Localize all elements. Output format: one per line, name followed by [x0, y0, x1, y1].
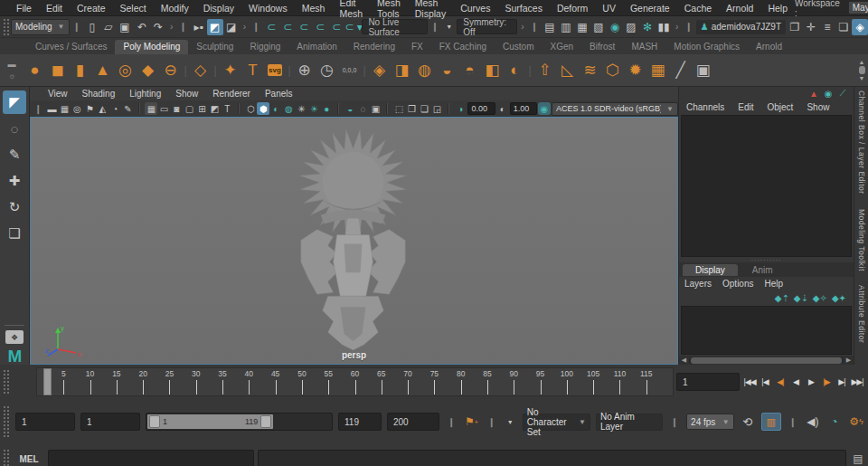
render-setup-icon[interactable]: ✻ [639, 19, 656, 35]
layer-list[interactable] [681, 306, 852, 355]
scroll-thumb[interactable] [691, 357, 842, 364]
render-current-frame-icon[interactable]: ▥ [558, 19, 574, 35]
playback-options-button[interactable]: ▥ [761, 413, 781, 431]
shaded-icon[interactable]: ⬢ [257, 102, 269, 115]
layer-editor-tab[interactable]: Display [683, 264, 738, 276]
group-separator[interactable]: › [167, 22, 175, 32]
sidebar-vertical-tab[interactable]: Channel Box / Layer Editor [857, 90, 866, 195]
smooth-icon[interactable]: ⬡ [601, 58, 624, 83]
undo-icon[interactable]: ↶ [134, 19, 150, 35]
menu-item[interactable]: Display [196, 2, 241, 14]
rotate-tool[interactable]: ↻ [3, 195, 26, 219]
play-backwards-button[interactable]: ◀ [788, 373, 803, 391]
snap-to-view-plane-icon[interactable]: ⊂ [328, 19, 344, 35]
super-shape-icon[interactable]: ✦ [219, 58, 241, 83]
chevron-down-icon[interactable]: ▼ [504, 415, 517, 429]
scroll-up-icon[interactable]: ▲ [859, 59, 865, 65]
ipr-render-icon[interactable]: ▦ [574, 19, 590, 35]
group-separator[interactable]: ❙ [176, 22, 189, 32]
exposure-icon[interactable]: ◑ [454, 102, 467, 115]
play-forwards-button[interactable]: ▶ [804, 373, 818, 391]
animation-start-field[interactable]: 1 [15, 413, 75, 431]
shadows-icon[interactable]: ✳ [295, 102, 307, 115]
select-component-icon[interactable]: ◪ [223, 19, 240, 35]
make-live-icon[interactable]: ⊂ ▾ [344, 19, 362, 35]
quad-draw-icon[interactable]: ▦ [646, 58, 669, 83]
isolate-icon[interactable]: ⬚ [392, 102, 405, 115]
snap-to-grid-icon[interactable]: ⊂ [263, 19, 279, 35]
group-separator[interactable]: ❙ [250, 22, 262, 32]
boolean-union-icon[interactable]: ◍ [413, 58, 436, 83]
modeling-toolkit-icon[interactable]: ◈ [852, 19, 868, 35]
sidebar-vertical-tab[interactable]: Attribute Editor [857, 285, 866, 343]
scroll-down-icon[interactable]: ▼ [859, 75, 865, 81]
menu-item[interactable]: Surfaces [497, 2, 549, 14]
group-separator[interactable]: ❙ [787, 417, 799, 427]
group-separator[interactable]: ❙ [429, 22, 441, 32]
viewport-menu-item[interactable]: Shading [75, 89, 123, 99]
viewcube-icon[interactable]: ▬ [45, 102, 58, 115]
group-separator[interactable]: ❙ [528, 22, 541, 32]
group-separator[interactable]: ❙ [71, 22, 83, 32]
drag-handle[interactable] [3, 369, 9, 395]
boolean-difference-icon[interactable]: ◒ [436, 58, 458, 83]
hypershade-icon[interactable]: ◉ [607, 19, 623, 35]
range-slider-bar[interactable]: 1 119 [147, 414, 273, 429]
step-forward-frame-button[interactable]: |▶ [819, 373, 834, 391]
pause-viewport-icon[interactable]: ▮▮ [656, 19, 672, 35]
menu-item[interactable]: Edit Mesh [332, 0, 370, 20]
select-hierarchy-icon[interactable]: ▸▪ [191, 19, 207, 35]
display-options-icon[interactable]: ≡ [819, 19, 835, 35]
menu-item[interactable]: Deform [550, 2, 595, 14]
menu-item[interactable]: Cache [677, 2, 719, 14]
render-settings-icon[interactable]: ▧ [590, 19, 607, 35]
sidebar-vertical-tab[interactable]: Modeling Toolkit [857, 209, 866, 271]
menu-item[interactable]: UV [595, 2, 623, 14]
command-input[interactable] [48, 450, 254, 466]
shelf-tab[interactable]: Motion Graphics [665, 40, 748, 54]
symmetry-field[interactable]: Symmetry: Off [457, 19, 517, 34]
viewport-menu-item[interactable]: Show [168, 89, 205, 99]
poly-cylinder-icon[interactable]: ▮ [69, 58, 91, 83]
animation-end-field[interactable]: 200 [387, 413, 439, 431]
resolution-gate-icon[interactable]: ◙ [170, 102, 183, 115]
group-separator[interactable]: ❙ [32, 104, 44, 114]
platonic-solid-icon[interactable]: ◇ [189, 58, 212, 83]
target-weld-icon[interactable]: ▣ [692, 58, 714, 83]
shelf-tab[interactable]: Custom [495, 40, 542, 54]
bevel-icon[interactable]: ◺ [556, 58, 579, 83]
gate-mask-icon[interactable]: ▢ [183, 102, 195, 115]
mirror-icon[interactable]: ◐ [504, 58, 526, 83]
select-tool[interactable]: ◤ [3, 90, 26, 114]
chevron-down-icon[interactable]: ▼ [442, 20, 456, 33]
statue-model[interactable] [31, 118, 677, 364]
evaluation-mode-icon[interactable]: ⚙ϟ [848, 414, 864, 430]
extrude-icon[interactable]: ⇧ [533, 58, 556, 83]
viewport-menu-item[interactable]: Lighting [122, 89, 168, 99]
save-scene-icon[interactable]: ▣ [117, 19, 133, 35]
menu-item[interactable]: Select [113, 2, 154, 14]
workspace-dropdown[interactable]: Maya Classic* ▼ [848, 1, 868, 14]
step-back-key-button[interactable]: |◀ [758, 373, 772, 391]
channel-stats-icon[interactable]: ▲ [808, 88, 819, 99]
layer-menu-item[interactable]: Help [764, 279, 790, 289]
shelf-tab[interactable]: Rigging [241, 40, 288, 54]
field-chart-icon[interactable]: ⊞ [195, 102, 208, 115]
channel-box-menu-item[interactable]: Channels [686, 102, 732, 112]
menu-item[interactable]: Create [70, 2, 113, 14]
shelf-scrollbar[interactable]: ▲ ▼ [855, 59, 868, 81]
drag-handle[interactable] [3, 449, 9, 466]
channel-box-menu-item[interactable]: Show [807, 102, 837, 112]
safe-action-icon[interactable]: ◩ [208, 102, 221, 115]
multi-cut-icon[interactable]: ╱ [669, 58, 692, 83]
shelf-tab[interactable]: Arnold [748, 40, 790, 54]
sep[interactable]: | [182, 58, 189, 83]
poly-plane-icon[interactable]: ◆ [137, 58, 159, 83]
command-language-toggle[interactable]: MEL [14, 454, 44, 464]
loop-playback-icon[interactable]: ⟲ [740, 414, 756, 430]
go-to-end-button[interactable]: ▶▶| [850, 373, 864, 391]
menu-item[interactable]: Help [760, 2, 795, 14]
snap-to-projected-center-icon[interactable]: ⊂ [312, 19, 328, 35]
fps-dropdown[interactable]: 24 fps ▼ [686, 414, 734, 430]
shelf-tab[interactable]: XGen [542, 40, 581, 54]
